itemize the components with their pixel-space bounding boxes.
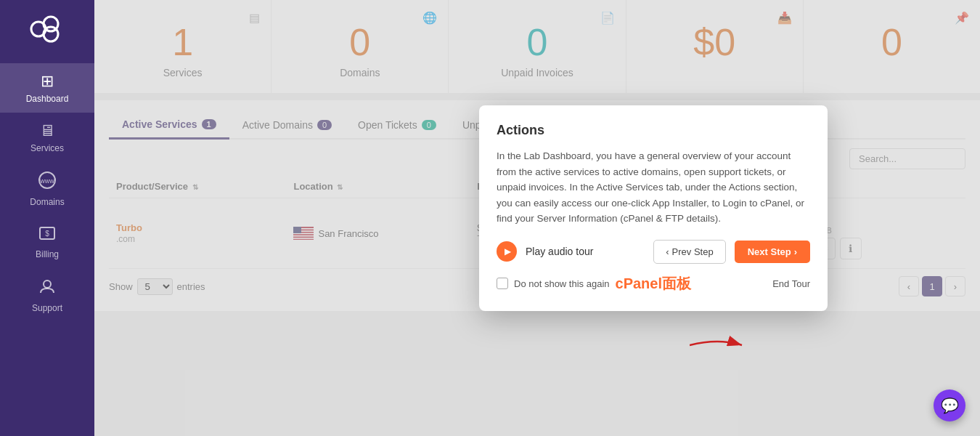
dont-show-label: Do not show this again bbox=[514, 278, 610, 289]
sidebar-item-label: Services bbox=[30, 143, 64, 153]
chat-bubble-button[interactable]: 💬 bbox=[934, 389, 965, 421]
chat-icon: 💬 bbox=[941, 397, 959, 414]
play-icon: ▶ bbox=[505, 246, 511, 257]
sidebar-item-label: Support bbox=[32, 303, 62, 313]
billing-icon: $ bbox=[38, 225, 56, 246]
dont-show-checkbox[interactable] bbox=[497, 278, 508, 289]
actions-popup: Actions In the Lab Dashboard, you have a… bbox=[479, 105, 828, 311]
end-tour-button[interactable]: End Tour bbox=[772, 278, 810, 289]
sidebar-logo bbox=[22, 7, 73, 56]
popup-body: In the Lab Dashboard, you have a general… bbox=[497, 148, 810, 227]
next-step-button[interactable]: Next Step › bbox=[735, 241, 810, 263]
red-arrow-annotation bbox=[690, 334, 748, 356]
svg-point-2 bbox=[44, 27, 58, 41]
sidebar-item-billing[interactable]: $ Billing bbox=[0, 216, 94, 268]
play-audio-button[interactable]: ▶ bbox=[497, 241, 517, 262]
dont-show-row: Do not show this again cPanel面板 bbox=[497, 274, 691, 294]
sidebar-item-label: Dashboard bbox=[26, 94, 69, 104]
next-chevron-icon: › bbox=[794, 246, 797, 257]
support-icon bbox=[38, 277, 57, 300]
cpanel-annotation-text: cPanel面板 bbox=[616, 274, 691, 294]
sidebar: ⊞ Dashboard 🖥 Services www Domains $ Bil… bbox=[0, 0, 94, 436]
svg-text:$: $ bbox=[45, 230, 49, 238]
services-icon: 🖥 bbox=[39, 121, 55, 140]
sidebar-item-domains[interactable]: www Domains bbox=[0, 162, 94, 216]
popup-audio-row: ▶ Play audio tour ‹ Prev Step Next Step … bbox=[497, 240, 810, 264]
svg-text:www: www bbox=[39, 177, 54, 185]
domains-icon: www bbox=[38, 171, 57, 194]
sidebar-item-dashboard[interactable]: ⊞ Dashboard bbox=[0, 63, 94, 113]
sidebar-item-support[interactable]: Support bbox=[0, 268, 94, 322]
popup-footer-row: Do not show this again cPanel面板 End Tour bbox=[497, 274, 810, 294]
svg-point-7 bbox=[44, 280, 51, 288]
sidebar-item-services[interactable]: 🖥 Services bbox=[0, 113, 94, 162]
prev-step-button[interactable]: ‹ Prev Step bbox=[653, 240, 725, 264]
popup-title: Actions bbox=[497, 123, 810, 138]
play-audio-label: Play audio tour bbox=[526, 246, 593, 257]
prev-chevron-icon: ‹ bbox=[666, 246, 669, 257]
main-content: ▤ 1 Services 🌐 0 Domains 📄 0 Unpaid Invo… bbox=[94, 0, 980, 436]
sidebar-item-label: Domains bbox=[30, 197, 64, 207]
sidebar-item-label: Billing bbox=[36, 249, 59, 259]
red-arrow-svg bbox=[690, 334, 748, 356]
dashboard-icon: ⊞ bbox=[41, 72, 54, 91]
